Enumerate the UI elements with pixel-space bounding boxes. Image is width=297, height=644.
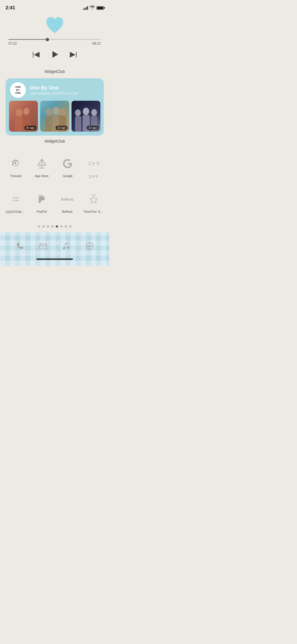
widget-image-3[interactable]: 2d ago [72, 101, 100, 132]
app-name-google: Google [63, 174, 73, 178]
signal-icon [83, 6, 88, 10]
next-button[interactable] [69, 51, 77, 60]
app-name-nitori: ニトリ [89, 174, 98, 178]
svg-point-26 [92, 194, 93, 195]
dock-music[interactable] [58, 238, 75, 255]
remaining-time: -06:21 [91, 42, 101, 45]
progress-bar[interactable] [8, 39, 101, 40]
svg-point-15 [75, 109, 81, 116]
svg-point-9 [46, 108, 52, 116]
page-dots [0, 223, 109, 232]
app-name-appstore: App Store [35, 174, 49, 178]
dot-2[interactable] [42, 225, 45, 228]
app-item-google[interactable]: Google [55, 152, 81, 182]
heart-icon [45, 16, 65, 35]
widget-logo: ONEBYONE [10, 82, 26, 98]
prev-button[interactable] [32, 51, 40, 60]
dot-8[interactable] [69, 225, 72, 228]
svg-point-7 [24, 108, 29, 115]
dot-4[interactable] [51, 225, 54, 228]
svg-point-19 [91, 109, 97, 116]
play-button[interactable] [50, 50, 59, 61]
svg-point-5 [16, 109, 23, 117]
svg-marker-3 [70, 52, 75, 58]
app-name-timetree: TimeTree: Shar [84, 210, 104, 213]
widget-club-label-1: WidgetClub [0, 69, 109, 74]
widget-club-label-2: WidgetClub [0, 139, 109, 143]
status-time: 2:41 [6, 5, 15, 11]
app-grid-row-2: ZOZOTOWN ZOZOTOWN フ PayPal BeReal. BeRea… [0, 187, 109, 223]
widget-card-header: ONEBYONE One By One Last Updated: 2024/0… [6, 78, 104, 101]
image-3-label: 2d ago [87, 126, 99, 130]
image-1-label: 0h ago [24, 126, 36, 130]
widget-image-1[interactable]: 0h ago [9, 101, 38, 132]
widget-card-info: One By One Last Updated: 2024/07/19 12:4… [30, 85, 78, 95]
app-item-timetree[interactable]: TimeTree: Shar [81, 187, 107, 217]
dot-6[interactable] [60, 225, 63, 228]
dot-7[interactable] [65, 225, 67, 228]
google-icon [59, 155, 76, 172]
image-2-label: 1d ago [56, 126, 68, 130]
svg-point-13 [60, 108, 66, 115]
status-icons [83, 6, 104, 10]
svg-marker-2 [52, 51, 58, 58]
dock-area [0, 232, 109, 266]
dock-mail[interactable] [35, 238, 52, 255]
time-row: 07:22 -06:21 [8, 42, 101, 45]
app-name-zozo: ZOZOTOWN フ [6, 210, 26, 214]
dock-safari[interactable] [81, 238, 98, 255]
svg-rect-16 [75, 116, 81, 132]
dock-phone[interactable] [11, 238, 28, 255]
app-name-threads: Threads [10, 174, 21, 178]
playback-controls [32, 50, 77, 61]
svg-marker-1 [34, 52, 40, 58]
app-item-nitori[interactable]: ニトリ ニトリ [81, 152, 107, 182]
current-time: 07:22 [8, 42, 17, 45]
svg-line-23 [38, 159, 42, 165]
svg-point-17 [83, 107, 89, 115]
widget-card-title: One By One [30, 85, 78, 91]
svg-rect-6 [15, 116, 24, 131]
svg-point-11 [53, 107, 60, 115]
zozo-icon: ZOZOTOWN [7, 191, 24, 208]
widget-card[interactable]: ONEBYONE One By One Last Updated: 2024/0… [6, 78, 104, 136]
app-item-bereal[interactable]: BeReal. BeReal. [55, 187, 81, 217]
dot-1[interactable] [38, 225, 40, 228]
bereal-icon: BeReal. [59, 191, 76, 208]
app-name-bereal: BeReal. [62, 210, 73, 213]
dot-3[interactable] [47, 225, 49, 228]
svg-marker-4 [76, 52, 77, 58]
wifi-icon [90, 6, 95, 10]
app-item-paypal[interactable]: PayPal [29, 187, 55, 217]
home-indicator [36, 258, 73, 260]
svg-line-24 [42, 159, 46, 165]
app-item-appstore[interactable]: App Store [29, 152, 55, 182]
nitori-icon: ニトリ [85, 155, 102, 172]
music-player: 07:22 -06:21 [0, 13, 109, 67]
widget-image-2[interactable]: 1d ago [40, 101, 69, 132]
dot-5-active[interactable] [56, 225, 58, 228]
svg-point-27 [94, 194, 95, 195]
timetree-icon [85, 191, 102, 208]
appstore-icon [33, 155, 50, 172]
widget-images: 0h ago 1d ago [6, 101, 104, 132]
dock-icons [3, 238, 107, 255]
battery-icon [96, 6, 104, 10]
svg-marker-0 [33, 52, 33, 58]
widget-card-subtitle: Last Updated: 2024/07/19 12:44 [30, 91, 78, 95]
app-name-paypal: PayPal [37, 210, 47, 213]
threads-icon [7, 155, 24, 172]
app-grid-row-1: Threads App Store Google ニトリ ニトリ [0, 149, 109, 187]
status-bar: 2:41 [0, 0, 109, 13]
app-item-threads[interactable]: Threads [3, 152, 29, 182]
app-item-zozo[interactable]: ZOZOTOWN ZOZOTOWN フ [3, 187, 29, 217]
paypal-icon [33, 191, 50, 208]
svg-rect-10 [45, 116, 53, 132]
